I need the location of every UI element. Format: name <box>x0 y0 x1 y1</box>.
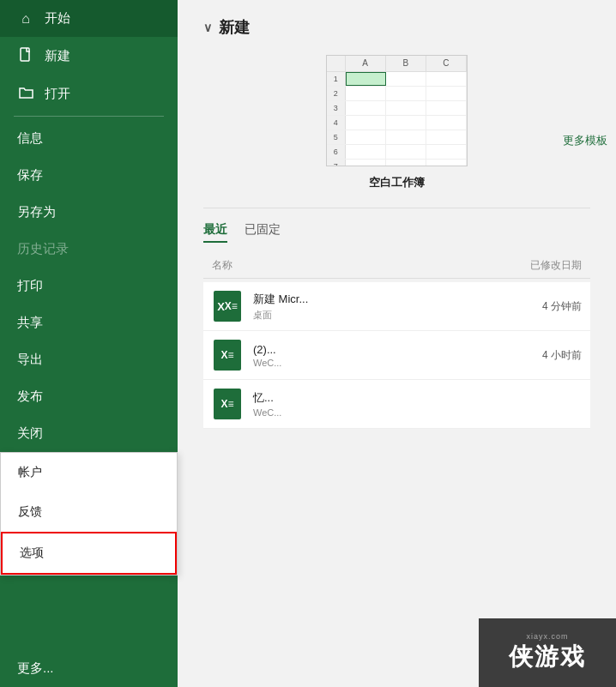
sidebar-item-publish[interactable]: 发布 <box>0 378 178 415</box>
sidebar-item-open[interactable]: 打开 <box>0 75 178 112</box>
sidebar-item-history-label: 历史记录 <box>17 241 69 257</box>
sidebar-item-info-label: 信息 <box>17 130 43 147</box>
popup-options[interactable]: 选项 <box>1 532 177 575</box>
sidebar-item-saveas[interactable]: 另存为 <box>0 194 178 231</box>
file-location-1: 桌面 <box>253 309 532 322</box>
sidebar-item-print[interactable]: 打印 <box>0 268 178 304</box>
blank-workbook-label: 空白工作簿 <box>369 175 425 190</box>
sidebar-item-save-label: 保存 <box>17 167 43 184</box>
file-icon-1: X≡ <box>212 291 243 322</box>
sidebar-item-saveas-label: 另存为 <box>17 204 56 220</box>
file-date-1: 4 分钟前 <box>542 299 582 314</box>
popup-account[interactable]: 帐户 <box>1 453 177 492</box>
file-name-3: 忆... <box>253 390 571 406</box>
sidebar-item-share-label: 共享 <box>17 315 43 331</box>
excel-icon-badge-3: X≡ <box>214 389 241 419</box>
thumb-row-4: 4 <box>327 116 467 130</box>
home-icon: ⌂ <box>17 11 34 27</box>
thumb-row-7: 7 <box>327 160 467 166</box>
popup-menu: 帐户 反馈 选项 <box>0 452 178 576</box>
file-item-3[interactable]: X≡ 忆... WeC... <box>203 380 590 429</box>
blank-workbook-template[interactable]: A B C 1 2 3 4 5 6 7 空白工作簿 <box>203 55 590 190</box>
spreadsheet-thumbnail: A B C 1 2 3 4 5 6 7 <box>326 55 468 166</box>
folder-icon <box>17 87 34 102</box>
thumb-header: A B C <box>327 56 467 72</box>
file-location-2: WeC... <box>253 358 532 368</box>
file-item-1[interactable]: X≡ 新建 Micr... 桌面 4 分钟前 <box>203 282 590 331</box>
file-info-1: 新建 Micr... 桌面 <box>253 292 532 322</box>
sidebar-item-save[interactable]: 保存 <box>0 157 178 194</box>
sidebar-item-home-label: 开始 <box>45 10 70 27</box>
sidebar-item-export-label: 导出 <box>17 352 43 368</box>
chevron-icon: ∨ <box>203 21 212 34</box>
file-item-2[interactable]: X≡ (2)... WeC... 4 小时前 <box>203 331 590 380</box>
watermark-text: 侠游戏 <box>509 641 586 673</box>
file-name-1: 新建 Micr... <box>253 292 532 307</box>
thumb-row-3: 3 <box>327 101 467 116</box>
file-icon-2: X≡ <box>212 340 243 371</box>
sidebar-item-more-label: 更多... <box>17 660 54 677</box>
thumb-col-b: B <box>386 56 426 71</box>
page-icon <box>17 47 34 65</box>
file-list-header-name: 名称 <box>212 258 233 273</box>
sidebar-item-open-label: 打开 <box>45 86 70 102</box>
file-name-2: (2)... <box>253 343 532 356</box>
main-content: ∨ 新建 A B C 1 2 <box>178 0 616 446</box>
thumb-col-a: A <box>346 56 386 71</box>
sidebar-item-history: 历史记录 <box>0 231 178 268</box>
watermark-site: xiayx.com <box>509 632 586 641</box>
file-date-2: 4 小时前 <box>542 348 582 363</box>
file-list-header-date: 已修改日期 <box>530 258 582 273</box>
tab-pinned[interactable]: 已固定 <box>245 222 281 243</box>
thumb-row-2: 2 <box>327 87 467 101</box>
recent-section-divider <box>203 208 590 208</box>
tab-recent[interactable]: 最近 <box>203 222 227 243</box>
thumb-corner <box>327 56 346 71</box>
sidebar: ⌂ 开始 新建 打开 信息 保存 另存为 历史记录 <box>0 0 178 687</box>
thumb-row-1: 1 <box>327 72 467 87</box>
thumb-row-6: 6 <box>327 145 467 160</box>
file-location-3: WeC... <box>253 407 571 418</box>
svg-rect-0 <box>21 48 29 61</box>
recent-tabs: 最近 已固定 <box>203 222 590 243</box>
sidebar-item-publish-label: 发布 <box>17 389 43 405</box>
sidebar-item-share[interactable]: 共享 <box>0 304 178 341</box>
sidebar-item-new-label: 新建 <box>45 48 70 64</box>
sidebar-item-print-label: 打印 <box>17 278 43 294</box>
sidebar-item-home[interactable]: ⌂ 开始 <box>0 0 178 37</box>
excel-icon-badge-2: X≡ <box>214 340 241 371</box>
thumb-row-5: 5 <box>327 130 467 145</box>
watermark: xiayx.com 侠游戏 <box>479 618 616 687</box>
file-info-3: 忆... WeC... <box>253 390 571 418</box>
sidebar-item-more[interactable]: 更多... <box>0 650 178 687</box>
file-icon-3: X≡ <box>212 389 243 419</box>
section-title: ∨ 新建 <box>203 17 590 38</box>
sidebar-item-close-label: 关闭 <box>17 425 43 442</box>
file-info-2: (2)... WeC... <box>253 343 532 368</box>
main-panel: ∨ 新建 A B C 1 2 <box>178 0 616 687</box>
sidebar-item-close[interactable]: 关闭 <box>0 415 178 452</box>
sidebar-bottom: 更多... <box>0 650 178 687</box>
sidebar-item-new[interactable]: 新建 <box>0 37 178 75</box>
sidebar-item-export[interactable]: 导出 <box>0 341 178 378</box>
popup-feedback[interactable]: 反馈 <box>1 492 177 532</box>
section-title-text: 新建 <box>219 17 250 38</box>
thumb-col-c: C <box>426 56 467 71</box>
sidebar-item-info[interactable]: 信息 <box>0 120 178 157</box>
file-list-header: 名称 已修改日期 <box>203 253 590 279</box>
excel-icon-badge-1: X≡ <box>214 291 241 322</box>
more-templates-link[interactable]: 更多模板 <box>563 133 607 148</box>
sidebar-divider <box>14 116 164 117</box>
